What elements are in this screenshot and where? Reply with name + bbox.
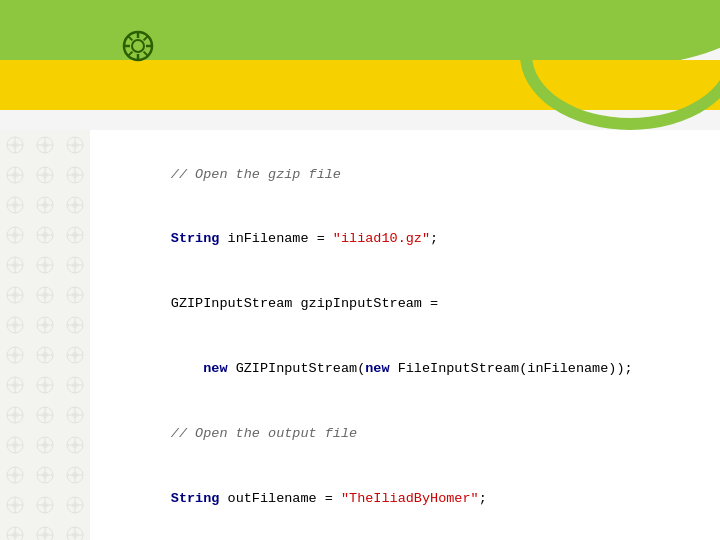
code-line-5: // Open the output file	[106, 401, 704, 466]
code-line-3: GZIPInputStream gzipInputStream =	[106, 272, 704, 337]
code-line-1: // Open the gzip file	[106, 142, 704, 207]
svg-line-7	[144, 52, 148, 56]
svg-point-1	[132, 40, 144, 52]
slide-container: // Open the gzip file String inFilename …	[0, 0, 720, 540]
left-pattern	[0, 130, 90, 540]
code-line-2: String inFilename = "iliad10.gz";	[106, 207, 704, 272]
code-line-4: new GZIPInputStream(new FileInputStream(…	[106, 336, 704, 401]
gear-icon	[120, 28, 156, 64]
svg-rect-14	[0, 130, 90, 540]
svg-line-6	[128, 36, 132, 40]
green-curve	[520, 0, 720, 130]
header-area	[0, 0, 720, 130]
svg-line-8	[144, 36, 148, 40]
code-block: // Open the gzip file String inFilename …	[106, 142, 704, 540]
code-line-7: OutputStream out = new FileOutputStream(…	[106, 531, 704, 540]
svg-line-9	[128, 52, 132, 56]
code-line-6: String outFilename = "TheIliadByHomer";	[106, 466, 704, 531]
code-area: // Open the gzip file String inFilename …	[90, 130, 720, 540]
